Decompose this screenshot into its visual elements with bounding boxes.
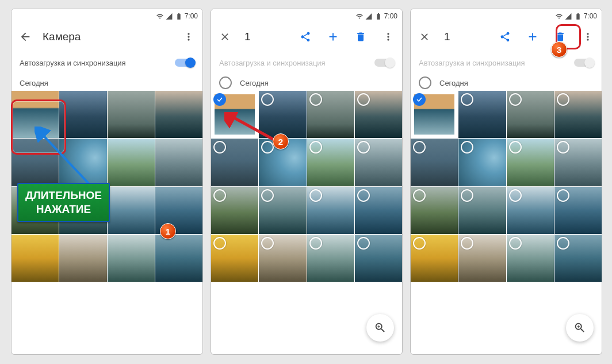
photo-thumb[interactable] (108, 187, 155, 234)
photo-thumb[interactable] (554, 91, 602, 138)
photo-thumb[interactable] (355, 139, 402, 186)
photo-thumb[interactable] (507, 235, 554, 282)
photo-thumb[interactable] (507, 139, 554, 186)
photo-thumb[interactable] (307, 235, 354, 282)
select-circle[interactable] (461, 237, 473, 250)
step-badge-2: 2 (273, 133, 289, 150)
svg-line-1 (230, 116, 276, 141)
select-circle[interactable] (357, 141, 370, 154)
status-time: 7:00 (584, 12, 597, 20)
photo-thumb[interactable] (108, 91, 155, 138)
select-circle[interactable] (357, 93, 370, 106)
select-circle[interactable] (557, 93, 569, 106)
photo-thumb[interactable] (307, 187, 354, 234)
photo-thumb-selected[interactable] (411, 91, 458, 138)
photo-thumb[interactable] (554, 187, 602, 234)
select-circle[interactable] (509, 93, 522, 106)
step-badge-3: 3 (551, 41, 567, 58)
photo-grid (411, 91, 602, 282)
step-badge-1: 1 (160, 223, 176, 239)
photo-thumb[interactable] (458, 187, 506, 234)
section-label: Сегодня (439, 79, 468, 87)
selection-count: 1 (444, 30, 450, 43)
photo-thumb[interactable] (554, 139, 602, 186)
select-circle[interactable] (213, 189, 226, 202)
select-circle[interactable] (461, 189, 473, 202)
select-circle[interactable] (309, 141, 322, 154)
check-icon (413, 93, 426, 106)
select-circle[interactable] (557, 189, 569, 202)
select-circle[interactable] (509, 189, 522, 202)
photo-thumb[interactable] (411, 139, 458, 186)
section-header: Сегодня (12, 75, 202, 91)
photo-thumb[interactable] (211, 235, 258, 282)
arrow-blue (35, 127, 98, 190)
photo-thumb[interactable] (307, 139, 354, 186)
photo-thumb[interactable] (355, 187, 402, 234)
select-circle[interactable] (357, 237, 370, 250)
select-circle[interactable] (261, 189, 274, 202)
photo-thumb[interactable] (458, 139, 506, 186)
back-button[interactable] (15, 26, 36, 47)
select-circle[interactable] (309, 93, 322, 106)
photo-thumb[interactable] (554, 235, 602, 282)
photo-thumb[interactable] (259, 187, 306, 234)
select-circle[interactable] (509, 237, 522, 250)
photo-thumb[interactable] (355, 235, 402, 282)
overflow-button[interactable] (178, 26, 199, 47)
select-all-circle[interactable] (419, 76, 431, 89)
photo-thumb[interactable] (211, 187, 258, 234)
zoom-fab[interactable] (366, 314, 394, 342)
zoom-fab[interactable] (566, 314, 594, 342)
close-selection-button[interactable] (414, 26, 435, 47)
photo-thumb[interactable] (458, 91, 506, 138)
photo-thumb[interactable] (155, 139, 202, 186)
photo-thumb[interactable] (507, 187, 554, 234)
share-button[interactable] (295, 26, 316, 47)
section-header[interactable]: Сегодня (411, 75, 602, 91)
plus-icon (327, 30, 339, 43)
photo-thumb[interactable] (355, 91, 402, 138)
select-circle[interactable] (413, 189, 426, 202)
photo-thumb[interactable] (507, 91, 554, 138)
section-header[interactable]: Сегодня (211, 75, 402, 91)
select-circle[interactable] (261, 237, 274, 250)
overflow-button[interactable] (378, 26, 399, 47)
close-icon (419, 31, 430, 43)
select-circle[interactable] (509, 141, 522, 154)
add-button[interactable] (323, 26, 343, 47)
select-all-circle[interactable] (219, 76, 232, 89)
photo-thumb[interactable] (411, 187, 458, 234)
svg-line-0 (41, 133, 89, 184)
sync-toggle[interactable] (175, 59, 194, 67)
select-circle[interactable] (309, 237, 322, 250)
share-button[interactable] (495, 26, 515, 47)
select-circle[interactable] (357, 189, 370, 202)
photo-thumb[interactable] (307, 91, 354, 138)
photo-thumb[interactable] (155, 91, 202, 138)
selection-count: 1 (244, 30, 251, 43)
photo-thumb[interactable] (108, 235, 155, 282)
sync-row[interactable]: Автозагрузка и синхронизация (12, 51, 202, 75)
delete-button[interactable] (350, 26, 371, 47)
select-circle[interactable] (557, 141, 569, 154)
sync-label: Автозагрузка и синхронизация (219, 59, 326, 67)
photo-thumb[interactable] (108, 139, 155, 186)
photo-thumb[interactable] (155, 235, 202, 282)
select-circle[interactable] (213, 237, 226, 250)
close-selection-button[interactable] (215, 26, 235, 47)
photo-thumb[interactable] (458, 235, 506, 282)
photo-thumb[interactable] (411, 235, 458, 282)
photo-thumb[interactable] (259, 235, 306, 282)
more-vert-icon (582, 31, 594, 43)
photo-thumb[interactable] (59, 235, 106, 282)
status-bar: 7:00 (411, 9, 602, 23)
wifi-icon (555, 13, 563, 20)
select-circle[interactable] (557, 237, 569, 250)
photo-thumb[interactable] (12, 235, 59, 282)
select-circle[interactable] (413, 237, 426, 250)
section-label: Сегодня (20, 79, 48, 87)
add-button[interactable] (522, 26, 543, 47)
sync-row-disabled: Автозагрузка и синхронизация (211, 51, 402, 75)
select-circle[interactable] (309, 189, 322, 202)
